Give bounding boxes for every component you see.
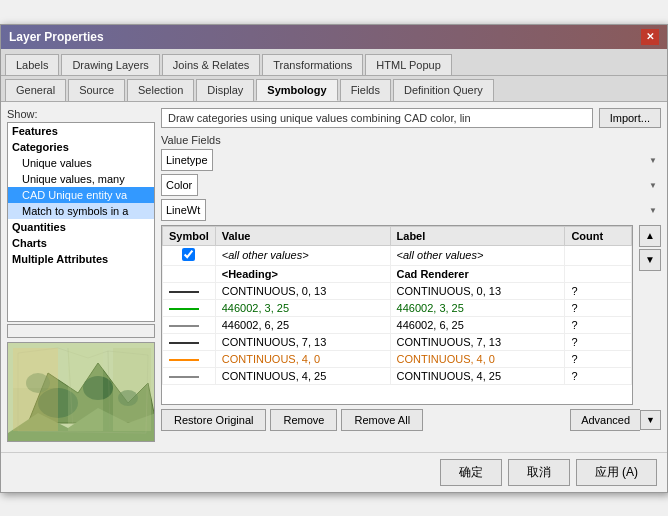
svg-rect-12 bbox=[113, 348, 151, 431]
tab-fields[interactable]: Fields bbox=[340, 79, 391, 101]
dropdown-row-3: LineWt bbox=[161, 199, 661, 221]
move-arrows: ▲ ▼ bbox=[639, 225, 661, 405]
tree-item-features[interactable]: Features bbox=[8, 123, 154, 139]
bottom-buttons: Restore Original Remove Remove All Advan… bbox=[161, 409, 661, 431]
ok-button[interactable]: 确定 bbox=[440, 459, 502, 486]
col-header-symbol: Symbol bbox=[163, 226, 216, 245]
layer-properties-window: Layer Properties ✕ Labels Drawing Layers… bbox=[0, 24, 668, 493]
tree-item-multiple-attributes[interactable]: Multiple Attributes bbox=[8, 251, 154, 267]
tree-item-unique-values-many[interactable]: Unique values, many bbox=[8, 171, 154, 187]
tree-item-quantities[interactable]: Quantities bbox=[8, 219, 154, 235]
row-label: CONTINUOUS, 7, 13 bbox=[390, 333, 565, 350]
description-text: Draw categories using unique values comb… bbox=[161, 108, 593, 128]
row-value: 446002, 6, 25 bbox=[215, 316, 390, 333]
dropdown-row-2: Color bbox=[161, 174, 661, 196]
move-up-button[interactable]: ▲ bbox=[639, 225, 661, 247]
row-symbol bbox=[163, 333, 216, 350]
remove-all-button[interactable]: Remove All bbox=[341, 409, 423, 431]
row-label: 446002, 6, 25 bbox=[390, 316, 565, 333]
tab-general[interactable]: General bbox=[5, 79, 66, 101]
table-row[interactable]: <all other values> <all other values> bbox=[163, 245, 632, 265]
row-symbol bbox=[163, 282, 216, 299]
tab-labels[interactable]: Labels bbox=[5, 54, 59, 75]
title-bar: Layer Properties ✕ bbox=[1, 25, 667, 49]
row-count: ? bbox=[565, 316, 632, 333]
row-value: 446002, 3, 25 bbox=[215, 299, 390, 316]
row-count: ? bbox=[565, 333, 632, 350]
footer: 确定 取消 应用 (A) bbox=[1, 452, 667, 492]
table-row[interactable]: CONTINUOUS, 7, 13 CONTINUOUS, 7, 13 ? bbox=[163, 333, 632, 350]
main-content: Show: Features Categories Unique values … bbox=[1, 102, 667, 448]
left-panel: Show: Features Categories Unique values … bbox=[7, 108, 155, 442]
row-label: CONTINUOUS, 4, 0 bbox=[390, 350, 565, 367]
close-button[interactable]: ✕ bbox=[641, 29, 659, 45]
table-row[interactable]: CONTINUOUS, 4, 0 CONTINUOUS, 4, 0 ? bbox=[163, 350, 632, 367]
cancel-button[interactable]: 取消 bbox=[508, 459, 570, 486]
apply-button[interactable]: 应用 (A) bbox=[576, 459, 657, 486]
row-check-input[interactable] bbox=[182, 248, 195, 261]
dropdown-linewt[interactable]: LineWt bbox=[161, 199, 206, 221]
advanced-button[interactable]: Advanced bbox=[570, 409, 640, 431]
tab-html-popup[interactable]: HTML Popup bbox=[365, 54, 451, 75]
tab-source[interactable]: Source bbox=[68, 79, 125, 101]
dropdown-wrapper-1: Linetype bbox=[161, 149, 661, 171]
window-title: Layer Properties bbox=[9, 30, 104, 44]
col-header-label: Label bbox=[390, 226, 565, 245]
dropdown-wrapper-3: LineWt bbox=[161, 199, 661, 221]
advanced-dropdown-button[interactable]: ▼ bbox=[640, 410, 661, 430]
row-count bbox=[565, 265, 632, 282]
tab-row-1: Labels Drawing Layers Joins & Relates Tr… bbox=[1, 49, 667, 76]
data-table: Symbol Value Label Count bbox=[162, 226, 632, 385]
tab-display[interactable]: Display bbox=[196, 79, 254, 101]
tree-item-charts[interactable]: Charts bbox=[8, 235, 154, 251]
dropdown-linetype[interactable]: Linetype bbox=[161, 149, 213, 171]
tab-drawing-layers[interactable]: Drawing Layers bbox=[61, 54, 159, 75]
row-count: ? bbox=[565, 350, 632, 367]
row-symbol bbox=[163, 367, 216, 384]
row-label: Cad Renderer bbox=[390, 265, 565, 282]
tree-item-unique-values[interactable]: Unique values bbox=[8, 155, 154, 171]
row-count bbox=[565, 245, 632, 265]
row-count: ? bbox=[565, 299, 632, 316]
row-value: CONTINUOUS, 7, 13 bbox=[215, 333, 390, 350]
move-down-button[interactable]: ▼ bbox=[639, 249, 661, 271]
tab-definition-query[interactable]: Definition Query bbox=[393, 79, 494, 101]
import-button[interactable]: Import... bbox=[599, 108, 661, 128]
row-symbol bbox=[163, 316, 216, 333]
restore-original-button[interactable]: Restore Original bbox=[161, 409, 266, 431]
dropdown-color[interactable]: Color bbox=[161, 174, 198, 196]
tab-symbology[interactable]: Symbology bbox=[256, 79, 337, 101]
tab-joins-relates[interactable]: Joins & Relates bbox=[162, 54, 260, 75]
row-label: CONTINUOUS, 0, 13 bbox=[390, 282, 565, 299]
value-fields-section: Value Fields Linetype Color bbox=[161, 134, 661, 221]
row-checkbox bbox=[163, 265, 216, 282]
dropdown-row-1: Linetype bbox=[161, 149, 661, 171]
row-value: <all other values> bbox=[215, 245, 390, 265]
tree-item-categories[interactable]: Categories bbox=[8, 139, 154, 155]
tab-selection[interactable]: Selection bbox=[127, 79, 194, 101]
svg-rect-10 bbox=[13, 388, 58, 431]
row-label: CONTINUOUS, 4, 25 bbox=[390, 367, 565, 384]
tree-item-cad-unique[interactable]: CAD Unique entity va bbox=[8, 187, 154, 203]
row-label: <all other values> bbox=[390, 245, 565, 265]
row-checkbox[interactable] bbox=[163, 245, 216, 265]
remove-button[interactable]: Remove bbox=[270, 409, 337, 431]
horizontal-scrollbar[interactable] bbox=[7, 324, 155, 338]
table-area: Symbol Value Label Count bbox=[161, 225, 661, 405]
tab-transformations[interactable]: Transformations bbox=[262, 54, 363, 75]
table-row[interactable]: CONTINUOUS, 4, 25 CONTINUOUS, 4, 25 ? bbox=[163, 367, 632, 384]
dropdown-wrapper-2: Color bbox=[161, 174, 661, 196]
data-table-container[interactable]: Symbol Value Label Count bbox=[161, 225, 633, 405]
map-preview bbox=[7, 342, 155, 442]
row-value: CONTINUOUS, 4, 25 bbox=[215, 367, 390, 384]
row-label: 446002, 3, 25 bbox=[390, 299, 565, 316]
tree-scrollbar bbox=[7, 324, 155, 338]
col-header-count: Count bbox=[565, 226, 632, 245]
tree-item-match-symbols[interactable]: Match to symbols in a bbox=[8, 203, 154, 219]
svg-rect-9 bbox=[13, 348, 58, 388]
table-row[interactable]: <Heading> Cad Renderer bbox=[163, 265, 632, 282]
table-row[interactable]: 446002, 3, 25 446002, 3, 25 ? bbox=[163, 299, 632, 316]
tree-list[interactable]: Features Categories Unique values Unique… bbox=[7, 122, 155, 322]
table-row[interactable]: 446002, 6, 25 446002, 6, 25 ? bbox=[163, 316, 632, 333]
table-row[interactable]: CONTINUOUS, 0, 13 CONTINUOUS, 0, 13 ? bbox=[163, 282, 632, 299]
